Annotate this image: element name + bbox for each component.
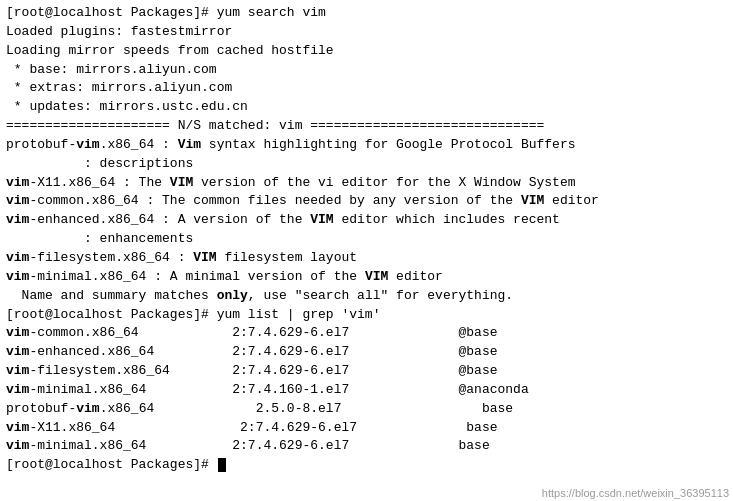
terminal-line: vim-common.x86_64 2:7.4.629-6.el7 @base [6, 324, 727, 343]
terminal-line: Loading mirror speeds from cached hostfi… [6, 42, 727, 61]
terminal-line: * updates: mirrors.ustc.edu.cn [6, 98, 727, 117]
terminal-line: * extras: mirrors.aliyun.com [6, 79, 727, 98]
terminal-line: vim-enhanced.x86_64 : A version of the V… [6, 211, 727, 230]
terminal-line: [root@localhost Packages]# yum search vi… [6, 4, 727, 23]
terminal-line: : enhancements [6, 230, 727, 249]
terminal-line: ===================== N/S matched: vim =… [6, 117, 727, 136]
terminal-line: vim-minimal.x86_64 2:7.4.160-1.el7 @anac… [6, 381, 727, 400]
watermark-text: https://blog.csdn.net/weixin_36395113 [542, 487, 729, 499]
terminal-line: vim-minimal.x86_64 2:7.4.629-6.el7 base [6, 437, 727, 456]
terminal: [root@localhost Packages]# yum search vi… [0, 0, 733, 501]
terminal-line: vim-enhanced.x86_64 2:7.4.629-6.el7 @bas… [6, 343, 727, 362]
terminal-line: protobuf-vim.x86_64 2.5.0-8.el7 base [6, 400, 727, 419]
terminal-line: Loaded plugins: fastestmirror [6, 23, 727, 42]
terminal-line: vim-X11.x86_64 : The VIM version of the … [6, 174, 727, 193]
terminal-line: protobuf-vim.x86_64 : Vim syntax highlig… [6, 136, 727, 155]
terminal-line: [root@localhost Packages]# [6, 456, 727, 475]
terminal-line: vim-common.x86_64 : The common files nee… [6, 192, 727, 211]
terminal-line: [root@localhost Packages]# yum list | gr… [6, 306, 727, 325]
terminal-cursor [218, 458, 226, 472]
terminal-line: vim-minimal.x86_64 : A minimal version o… [6, 268, 727, 287]
terminal-line: : descriptions [6, 155, 727, 174]
terminal-line: Name and summary matches only, use "sear… [6, 287, 727, 306]
terminal-line: vim-X11.x86_64 2:7.4.629-6.el7 base [6, 419, 727, 438]
terminal-line: * base: mirrors.aliyun.com [6, 61, 727, 80]
terminal-line: vim-filesystem.x86_64 : VIM filesystem l… [6, 249, 727, 268]
terminal-line: vim-filesystem.x86_64 2:7.4.629-6.el7 @b… [6, 362, 727, 381]
